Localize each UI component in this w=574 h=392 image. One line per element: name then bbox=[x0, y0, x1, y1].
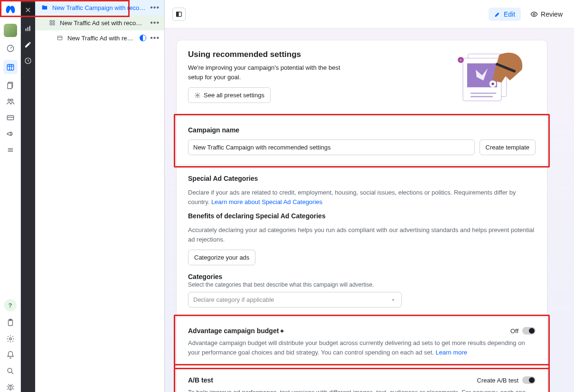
bug-icon[interactable] bbox=[6, 383, 15, 392]
svg-rect-29 bbox=[50, 23, 52, 25]
svg-rect-9 bbox=[7, 116, 14, 120]
tree-item-ad[interactable]: New Traffic Ad with recomme... ••• bbox=[35, 30, 164, 46]
eye-icon bbox=[530, 10, 538, 18]
svg-rect-27 bbox=[50, 20, 52, 22]
svg-rect-1 bbox=[7, 65, 14, 70]
review-label: Review bbox=[541, 10, 563, 18]
tree-item-adset[interactable]: New Traffic Ad set with recommend... ••• bbox=[35, 15, 164, 30]
billing-icon[interactable] bbox=[6, 113, 15, 122]
svg-rect-30 bbox=[53, 23, 55, 25]
section-advantage-budget: Advantage campaign budget✦ Off Advantage… bbox=[177, 317, 547, 367]
help-icon[interactable]: ? bbox=[4, 299, 17, 311]
svg-line-18 bbox=[11, 372, 13, 374]
svg-rect-23 bbox=[26, 28, 27, 31]
svg-point-36 bbox=[533, 13, 535, 15]
tree-item-label: New Traffic Campaign with recommend... bbox=[52, 4, 146, 11]
status-half-icon bbox=[140, 35, 146, 41]
campaign-name-title: Campaign name bbox=[188, 126, 536, 134]
global-nav-rail: ? bbox=[0, 0, 21, 392]
menu-icon[interactable] bbox=[6, 145, 15, 155]
svg-rect-35 bbox=[177, 12, 179, 16]
svg-rect-28 bbox=[53, 20, 55, 22]
ab-title: A/B test bbox=[188, 376, 213, 384]
ad-icon bbox=[56, 34, 64, 42]
review-button[interactable]: Review bbox=[527, 8, 566, 21]
search-icon[interactable] bbox=[6, 366, 15, 376]
close-icon[interactable] bbox=[21, 3, 35, 17]
create-template-label: Create template bbox=[486, 144, 530, 151]
svg-point-37 bbox=[197, 94, 198, 96]
gauge-icon[interactable] bbox=[6, 44, 15, 53]
svg-rect-24 bbox=[28, 27, 28, 31]
recommended-title: Using recommended settings bbox=[188, 50, 441, 59]
svg-point-43 bbox=[491, 83, 494, 85]
categories-select[interactable]: Declare category if applicable bbox=[188, 292, 402, 308]
meta-logo-icon[interactable] bbox=[4, 4, 17, 17]
special-benefits-desc: Accurately declaring your ad categories … bbox=[188, 225, 536, 244]
see-preset-button[interactable]: See all preset settings bbox=[188, 87, 271, 103]
ab-toggle[interactable] bbox=[522, 376, 536, 384]
megaphone-icon[interactable] bbox=[6, 129, 15, 139]
documents-icon[interactable] bbox=[6, 81, 15, 90]
create-template-button[interactable]: Create template bbox=[480, 140, 536, 155]
section-special-categories: Special Ad Categories Declare if your ad… bbox=[177, 165, 547, 317]
audiences-icon[interactable] bbox=[6, 97, 15, 106]
special-benefits-title: Benefits of declaring Special Ad Categor… bbox=[188, 212, 536, 220]
folder-icon bbox=[41, 4, 48, 11]
recommended-illustration: + bbox=[450, 50, 536, 107]
special-declare-desc: Declare if your ads are related to credi… bbox=[188, 188, 536, 206]
clipboard-icon[interactable] bbox=[6, 318, 15, 327]
more-icon[interactable]: ••• bbox=[150, 20, 160, 25]
pencil-icon bbox=[494, 11, 501, 18]
section-campaign-name: Campaign name Create template bbox=[177, 117, 547, 165]
clock-icon[interactable] bbox=[23, 56, 33, 65]
preset-btn-label: See all preset settings bbox=[204, 92, 264, 99]
tree-item-label: New Traffic Ad set with recommend... bbox=[60, 19, 146, 27]
categories-sub: Select the categories that best describe… bbox=[188, 281, 536, 288]
recommended-desc: We're improving your campaign's potentia… bbox=[188, 63, 349, 82]
svg-point-7 bbox=[8, 99, 10, 102]
ab-toggle-label: Create A/B test bbox=[477, 377, 518, 384]
edit-button[interactable]: Edit bbox=[489, 8, 521, 21]
tree-item-campaign[interactable]: New Traffic Campaign with recommend... •… bbox=[35, 0, 164, 15]
chevron-down-icon bbox=[390, 297, 396, 303]
more-icon[interactable]: ••• bbox=[150, 36, 160, 40]
categorize-ads-button[interactable]: Categorize your ads bbox=[188, 250, 255, 265]
gear-icon[interactable] bbox=[6, 334, 15, 344]
grid4-icon bbox=[48, 19, 56, 27]
advantage-toggle-label: Off bbox=[510, 327, 518, 335]
editor-topbar: Edit Review bbox=[165, 0, 574, 28]
svg-point-16 bbox=[9, 338, 11, 340]
advantage-desc: Advantage campaign budget will distribut… bbox=[188, 338, 536, 357]
editor-rail bbox=[21, 0, 35, 392]
campaign-name-input[interactable] bbox=[188, 140, 475, 155]
svg-text:+: + bbox=[460, 58, 462, 63]
panel-toggle-icon[interactable] bbox=[172, 8, 186, 21]
main-content: Edit Review Using recommended settings W… bbox=[165, 0, 574, 392]
chart-bars-icon[interactable] bbox=[23, 24, 33, 33]
svg-point-8 bbox=[10, 99, 13, 102]
section-ab-test: A/B test Create A/B test To help improve… bbox=[177, 367, 547, 392]
categories-placeholder: Declare category if applicable bbox=[193, 296, 274, 303]
svg-point-17 bbox=[8, 368, 12, 373]
svg-rect-25 bbox=[29, 26, 30, 31]
svg-rect-6 bbox=[8, 84, 12, 89]
advantage-title: Advantage campaign budget✦ bbox=[188, 327, 284, 335]
special-title: Special Ad Categories bbox=[188, 175, 536, 182]
categories-label: Categories bbox=[188, 273, 536, 280]
gear-icon bbox=[194, 92, 201, 99]
section-recommended: Using recommended settings We're improvi… bbox=[177, 40, 547, 117]
bell-icon[interactable] bbox=[6, 350, 15, 360]
learn-special-link[interactable]: Learn more about Special Ad Categories bbox=[211, 198, 322, 205]
pencil-icon[interactable] bbox=[23, 40, 33, 49]
advantage-toggle[interactable] bbox=[522, 327, 536, 335]
svg-rect-31 bbox=[57, 36, 62, 40]
campaign-tree-panel: New Traffic Campaign with recommend... •… bbox=[35, 0, 165, 392]
more-icon[interactable]: ••• bbox=[150, 5, 160, 10]
edit-label: Edit bbox=[504, 10, 515, 18]
calendar-grid-icon[interactable] bbox=[3, 60, 18, 74]
advantage-learn-link[interactable]: Learn more bbox=[436, 349, 467, 356]
account-avatar[interactable] bbox=[4, 24, 17, 37]
ab-desc: To help improve ad performance, test ver… bbox=[188, 388, 536, 392]
categorize-label: Categorize your ads bbox=[194, 254, 249, 261]
